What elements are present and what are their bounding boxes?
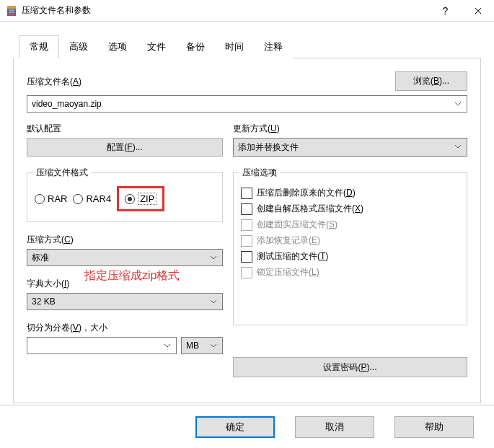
tab-panel-general: 压缩文件名(A) 浏览(B)... video_maoyan.zip 默认配置 … — [13, 58, 481, 403]
split-unit-select[interactable]: MB — [181, 337, 223, 354]
tab-backup[interactable]: 备份 — [176, 35, 215, 58]
check-sfx[interactable]: 创建自解压格式压缩文件(X) — [241, 203, 459, 215]
split-unit-value: MB — [186, 341, 199, 351]
tab-general[interactable]: 常规 — [19, 35, 59, 58]
archive-name-label: 压缩文件名(A) — [27, 76, 81, 88]
archive-format-group: 压缩文件格式 RAR RAR4 ZI — [27, 172, 223, 222]
svg-rect-2 — [9, 9, 14, 11]
checkbox-icon — [241, 235, 252, 247]
method-value: 标准 — [32, 252, 49, 264]
radio-icon — [73, 194, 83, 204]
profile-button[interactable]: 配置(F)... — [27, 138, 223, 157]
browse-button[interactable]: 浏览(B)... — [395, 71, 467, 91]
svg-rect-4 — [9, 14, 14, 15]
archive-name-value: video_maoyan.zip — [32, 99, 102, 109]
radio-icon — [125, 194, 135, 204]
radio-rar4[interactable]: RAR4 — [73, 193, 111, 204]
archive-options-group: 压缩选项 压缩后删除原来的文件(D) 创建自解压格式压缩文件(X) 创建固实压缩… — [233, 172, 467, 325]
checkbox-icon — [241, 251, 252, 263]
split-label: 切分为分卷(V)，大小 — [27, 322, 223, 334]
check-recovery: 添加恢复记录(E) — [241, 234, 459, 247]
archive-format-legend: 压缩文件格式 — [33, 167, 91, 179]
chevron-down-icon — [452, 98, 464, 110]
chevron-down-icon — [452, 141, 464, 152]
checkbox-icon — [241, 219, 252, 231]
set-password-button[interactable]: 设置密码(P)... — [233, 357, 467, 377]
tab-advanced[interactable]: 高级 — [59, 35, 98, 58]
dialog-body: 常规 高级 选项 文件 备份 时间 注释 压缩文件名(A) 浏览(B)... v… — [0, 22, 494, 405]
cancel-button[interactable]: 取消 — [295, 416, 374, 438]
app-icon — [6, 5, 17, 17]
method-select[interactable]: 标准 — [27, 249, 223, 266]
check-test[interactable]: 测试压缩的文件(T) — [241, 250, 459, 263]
split-size-input[interactable] — [27, 337, 177, 354]
dialog-footer: 确定 取消 帮助 — [0, 405, 494, 448]
check-delete-after[interactable]: 压缩后删除原来的文件(D) — [241, 187, 459, 199]
radio-zip[interactable]: ZIP — [125, 193, 156, 205]
tab-comment[interactable]: 注释 — [254, 35, 293, 58]
profile-label: 默认配置 — [27, 123, 223, 135]
dict-value: 32 KB — [32, 297, 56, 307]
tab-time[interactable]: 时间 — [215, 35, 254, 58]
archive-name-input[interactable]: video_maoyan.zip — [27, 95, 467, 113]
ok-button[interactable]: 确定 — [195, 416, 275, 438]
update-mode-value: 添加并替换文件 — [238, 141, 299, 154]
dict-select[interactable]: 32 KB — [27, 293, 223, 310]
radio-icon — [35, 194, 45, 204]
help-footer-button[interactable]: 帮助 — [394, 416, 474, 438]
annotation-text: 指定压缩成zip格式 — [84, 268, 180, 284]
tab-files[interactable]: 文件 — [137, 35, 176, 58]
chevron-down-icon — [208, 296, 219, 307]
help-button[interactable]: ? — [429, 0, 462, 22]
checkbox-icon — [241, 188, 252, 199]
svg-rect-3 — [9, 12, 14, 13]
chevron-down-icon — [208, 252, 219, 263]
radio-rar[interactable]: RAR — [35, 193, 67, 204]
titlebar: 压缩文件名和参数 ? — [0, 0, 494, 22]
tab-bar: 常规 高级 选项 文件 备份 时间 注释 — [19, 35, 481, 58]
close-button[interactable] — [462, 0, 494, 22]
check-solid: 创建固实压缩文件(S) — [241, 219, 459, 231]
method-label: 压缩方式(C) — [27, 234, 223, 246]
annotation-highlight: ZIP — [117, 186, 164, 211]
chevron-down-icon — [162, 340, 173, 351]
checkbox-icon — [241, 203, 252, 215]
tab-options[interactable]: 选项 — [98, 35, 137, 58]
checkbox-icon — [241, 267, 252, 278]
update-mode-label: 更新方式(U) — [233, 123, 467, 135]
window-title: 压缩文件名和参数 — [22, 4, 429, 17]
svg-rect-1 — [7, 6, 16, 9]
archive-options-legend: 压缩选项 — [239, 167, 280, 179]
check-lock: 锁定压缩文件(L) — [241, 266, 459, 278]
update-mode-select[interactable]: 添加并替换文件 — [233, 138, 467, 157]
chevron-down-icon — [208, 340, 219, 351]
